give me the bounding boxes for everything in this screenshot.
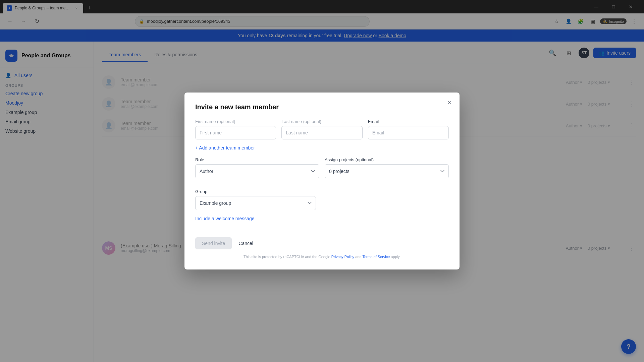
group-section: Group Example group Moodjoy Email group … — [195, 189, 449, 210]
assign-projects-select[interactable]: 0 projects — [325, 164, 449, 178]
last-name-label: Last name (optional) — [281, 119, 362, 124]
email-input[interactable] — [368, 126, 449, 139]
recaptcha-notice: This site is protected by reCAPTCHA and … — [195, 255, 449, 259]
close-icon: × — [448, 99, 451, 106]
name-email-row: First name (optional) Last name (optiona… — [195, 119, 449, 139]
cancel-button[interactable]: Cancel — [237, 237, 255, 249]
send-invite-button[interactable]: Send invite — [195, 237, 232, 249]
email-field: Email — [368, 119, 449, 139]
first-name-field: First name (optional) — [195, 119, 276, 139]
add-another-member-link[interactable]: + Add another team member — [195, 145, 255, 150]
modal-actions: Send invite Cancel — [195, 237, 449, 249]
first-name-input[interactable] — [195, 126, 276, 139]
role-label: Role — [195, 157, 319, 162]
assign-projects-label: Assign projects (optional) — [325, 157, 449, 162]
group-select[interactable]: Example group Moodjoy Email group Websit… — [195, 196, 316, 210]
modal-close-button[interactable]: × — [445, 98, 454, 107]
first-name-label: First name (optional) — [195, 119, 276, 124]
role-select[interactable]: Author Editor Publisher Admin — [195, 164, 319, 178]
modal-overlay: × Invite a new team member First name (o… — [0, 0, 644, 362]
role-section: Role Author Editor Publisher Admin — [195, 157, 319, 178]
last-name-field: Last name (optional) — [281, 119, 362, 139]
modal-title: Invite a new team member — [195, 103, 449, 111]
invite-modal: × Invite a new team member First name (o… — [184, 93, 460, 269]
welcome-message-link[interactable]: Include a welcome message — [195, 216, 255, 221]
group-label: Group — [195, 189, 449, 194]
email-label: Email — [368, 119, 449, 124]
assign-projects-section: Assign projects (optional) 0 projects — [325, 157, 449, 178]
last-name-input[interactable] — [281, 126, 362, 139]
terms-of-service-link[interactable]: Terms of Service — [362, 255, 390, 259]
role-projects-row: Role Author Editor Publisher Admin Assig… — [195, 157, 449, 184]
privacy-policy-link[interactable]: Privacy Policy — [331, 255, 354, 259]
